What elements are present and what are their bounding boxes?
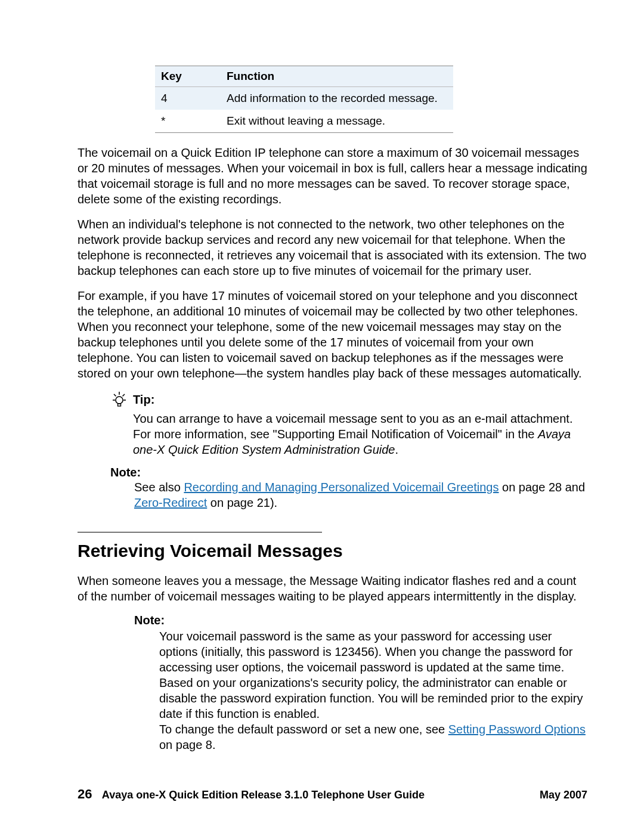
tip-label: Tip: <box>133 393 154 407</box>
cell-function: Add information to the recorded message. <box>221 87 453 110</box>
footer-date: May 2007 <box>540 789 587 801</box>
svg-point-0 <box>116 397 123 404</box>
page-footer: 26 Avaya one-X Quick Edition Release 3.1… <box>78 786 587 802</box>
note-text: on page 28 and <box>499 481 585 494</box>
section-heading: Retrieving Voicemail Messages <box>78 541 587 561</box>
paragraph: The voicemail on a Quick Edition IP tele… <box>78 145 587 207</box>
table-row: 4 Add information to the recorded messag… <box>155 87 453 110</box>
svg-line-5 <box>114 394 116 397</box>
tip-text-post: . <box>395 443 398 456</box>
note-text: on page 8. <box>159 738 216 751</box>
paragraph: For example, if you have 17 minutes of v… <box>78 288 587 381</box>
table-row: * Exit without leaving a message. <box>155 110 453 133</box>
link-zero-redirect[interactable]: Zero-Redirect <box>134 496 207 509</box>
note-body: See also Recording and Managing Personal… <box>134 479 587 510</box>
page-number: 26 <box>78 786 92 801</box>
tip-body: You can arrange to have a voicemail mess… <box>133 411 587 457</box>
paragraph: When an individual's telephone is not co… <box>78 216 587 278</box>
note-text: To change the default password or set a … <box>159 723 448 736</box>
note-text: on page 21). <box>207 496 277 509</box>
note-label: Note: <box>134 614 587 627</box>
link-greetings[interactable]: Recording and Managing Personalized Voic… <box>184 481 499 494</box>
svg-line-6 <box>123 394 125 397</box>
key-function-table: Key Function 4 Add information to the re… <box>155 66 453 133</box>
footer-left: 26 Avaya one-X Quick Edition Release 3.1… <box>78 786 425 802</box>
note-label: Note: <box>110 466 587 479</box>
footer-title: Avaya one-X Quick Edition Release 3.1.0 … <box>102 789 425 801</box>
note-block: Note: Your voicemail password is the sam… <box>134 614 587 753</box>
table-header-function: Function <box>221 66 453 87</box>
tip-block: Tip: You can arrange to have a voicemail… <box>110 391 587 457</box>
tip-text: You can arrange to have a voicemail mess… <box>133 412 572 441</box>
cell-function: Exit without leaving a message. <box>221 110 453 133</box>
note-body: Your voicemail password is the same as y… <box>159 628 587 753</box>
cell-key: * <box>155 110 221 133</box>
paragraph: When someone leaves you a message, the M… <box>78 573 587 604</box>
table-header-key: Key <box>155 66 221 87</box>
lightbulb-icon <box>110 391 128 408</box>
note-text: Your voicemail password is the same as y… <box>159 630 583 720</box>
svg-rect-1 <box>118 404 121 406</box>
note-block: Note: See also Recording and Managing Pe… <box>110 466 587 510</box>
section-divider <box>78 532 322 532</box>
note-text: See also <box>134 481 184 494</box>
link-password-options[interactable]: Setting Password Options <box>448 723 586 736</box>
cell-key: 4 <box>155 87 221 110</box>
document-page: Key Function 4 Add information to the re… <box>0 0 644 833</box>
